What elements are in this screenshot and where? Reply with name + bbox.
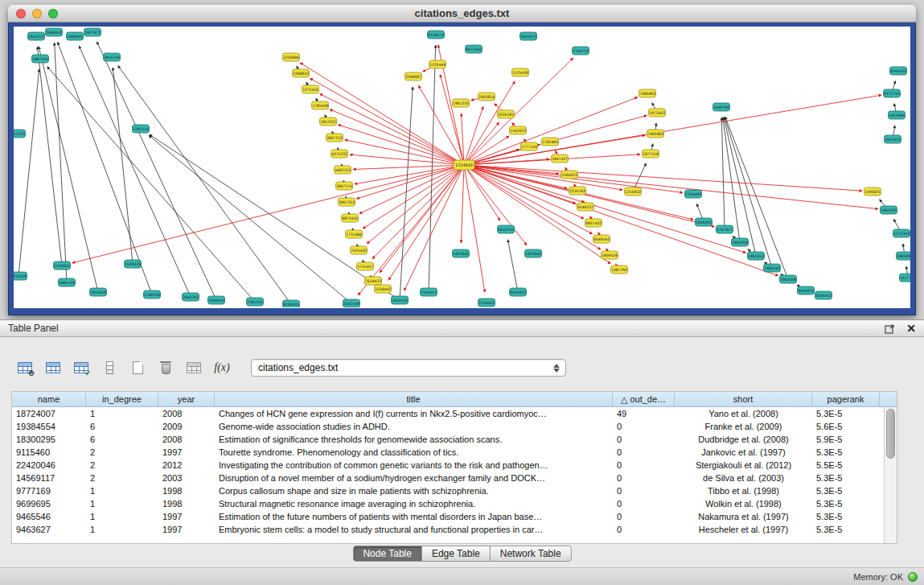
graph-node[interactable]: 9572343 bbox=[466, 45, 483, 53]
graph-node[interactable]: 2131233 bbox=[14, 130, 26, 138]
graph-node[interactable]: 9245023 bbox=[798, 286, 815, 295]
graph-node[interactable]: 7619433 bbox=[365, 277, 382, 285]
graph-node[interactable]: 6797917 bbox=[717, 225, 733, 233]
graph-node[interactable]: 1082293 bbox=[881, 206, 897, 214]
graph-node[interactable]: 1092450 bbox=[780, 275, 797, 283]
float-panel-icon[interactable] bbox=[885, 323, 895, 334]
graph-node[interactable]: 2640632 bbox=[46, 28, 63, 36]
graph-node[interactable]: 3067212 bbox=[326, 134, 343, 142]
graph-node[interactable]: 1961233 bbox=[453, 99, 470, 107]
column-header[interactable]: year bbox=[158, 392, 215, 406]
graph-node[interactable]: 1965059 bbox=[732, 238, 749, 246]
graph-node[interactable]: 2642292 bbox=[183, 293, 199, 301]
table-row[interactable]: 911546021997Tourette syndrome. Phenomeno… bbox=[12, 446, 884, 459]
graph-node[interactable]: 1201514 bbox=[133, 125, 150, 133]
graph-node[interactable]: 1731457 bbox=[357, 262, 374, 270]
graph-node[interactable]: 1052433 bbox=[885, 135, 901, 143]
graph-node[interactable]: 1868645 bbox=[67, 32, 84, 40]
show-columns-icon[interactable] bbox=[43, 357, 64, 378]
graph-node[interactable]: 7485083 bbox=[647, 130, 664, 138]
import-table-icon[interactable] bbox=[183, 357, 204, 378]
graph-node[interactable]: 7625432 bbox=[351, 246, 368, 254]
delete-table-icon[interactable] bbox=[155, 357, 176, 378]
graph-node[interactable]: 1957872 bbox=[84, 28, 101, 36]
graph-node[interactable]: 9245012 bbox=[815, 291, 832, 299]
table-settings-icon[interactable]: ⚙ bbox=[14, 357, 35, 378]
window-titlebar[interactable]: citations_edges.txt bbox=[8, 5, 916, 23]
graph-node[interactable]: 1857622 bbox=[320, 117, 337, 126]
graph-node[interactable]: 1049263 bbox=[696, 218, 713, 226]
table-row[interactable]: 1456911722003Disruption of a novel membe… bbox=[12, 472, 884, 484]
graph-node[interactable]: 1154493 bbox=[685, 190, 702, 198]
graph-node[interactable]: 3226181 bbox=[498, 110, 515, 118]
table-row[interactable]: 1872400712008Changes of HCN gene express… bbox=[12, 407, 884, 420]
table-row[interactable]: 2242004622012Investigating the contribut… bbox=[12, 459, 884, 472]
table-select-dropdown[interactable]: citations_edges.txt bbox=[251, 359, 566, 377]
graph-node[interactable]: 3067353 bbox=[339, 198, 355, 206]
graph-node[interactable]: 2015210 bbox=[104, 53, 121, 61]
new-table-icon[interactable] bbox=[127, 357, 148, 378]
tab-network-table[interactable]: Network Table bbox=[490, 546, 572, 562]
graph-node[interactable]: 1731466 bbox=[346, 230, 363, 238]
column-header[interactable]: name bbox=[12, 392, 86, 406]
graph-node[interactable]: 1530442 bbox=[375, 285, 392, 293]
graph-node[interactable]: 9595433 bbox=[890, 67, 907, 75]
graph-node[interactable]: 1961652 bbox=[748, 252, 765, 260]
column-icon[interactable] bbox=[99, 357, 120, 378]
close-icon[interactable]: ✕ bbox=[906, 323, 916, 334]
graph-node[interactable]: 1785439 bbox=[312, 101, 329, 109]
table-row[interactable]: 946554611997Estimation of the future num… bbox=[12, 510, 884, 523]
graph-node[interactable]: 3067174 bbox=[336, 182, 353, 190]
table-row[interactable]: 969969511998Structural magnetic resonanc… bbox=[12, 497, 884, 510]
scrollbar-thumb[interactable] bbox=[886, 409, 895, 459]
graph-node[interactable]: 6549343 bbox=[593, 235, 610, 243]
zoom-window-icon[interactable] bbox=[48, 9, 58, 19]
graph-node[interactable]: 5905139 bbox=[59, 278, 76, 286]
graph-node[interactable]: 1453445 bbox=[453, 249, 470, 257]
graph-node[interactable]: 2520655 bbox=[54, 262, 71, 270]
graph-node[interactable]: 1216032 bbox=[625, 187, 642, 196]
table-row[interactable]: 1938455462009Genome-wide association stu… bbox=[12, 420, 884, 433]
function-builder-icon[interactable]: f(x) bbox=[211, 357, 232, 378]
graph-node[interactable]: 2642233 bbox=[28, 32, 45, 40]
graph-node[interactable]: 1724033 bbox=[454, 160, 474, 170]
tab-node-table[interactable]: Node Table bbox=[352, 546, 422, 562]
graph-node[interactable]: 9957432 bbox=[585, 219, 602, 227]
graph-node[interactable]: 9973435 bbox=[342, 214, 359, 222]
graph-node[interactable]: 8130474 bbox=[428, 31, 445, 39]
column-header[interactable]: short bbox=[675, 392, 812, 406]
graph-node[interactable]: 1907524 bbox=[32, 55, 49, 63]
graph-node[interactable]: 2240687 bbox=[405, 72, 422, 80]
graph-node[interactable]: 1164633 bbox=[561, 171, 578, 179]
edit-table-icon[interactable]: ✔ bbox=[71, 357, 92, 378]
graph-node[interactable]: 1047437 bbox=[552, 154, 569, 163]
graph-node[interactable]: 1275435 bbox=[302, 85, 319, 93]
graph-node[interactable]: 1877510 bbox=[643, 150, 659, 158]
graph-node[interactable]: 1641672 bbox=[520, 32, 537, 40]
graph-node[interactable]: 2160733 bbox=[573, 47, 589, 55]
graph-node[interactable]: 1986542 bbox=[764, 264, 781, 272]
graph-node[interactable]: 4402153 bbox=[335, 166, 351, 174]
graph-node[interactable]: 1910528 bbox=[14, 272, 27, 280]
graph-node[interactable]: 2152439 bbox=[343, 299, 360, 307]
column-header[interactable]: in_degree bbox=[86, 392, 158, 406]
graph-node[interactable]: 6549237 bbox=[577, 203, 594, 211]
graph-node[interactable]: 2216103 bbox=[569, 187, 586, 195]
graph-node[interactable]: 1125449 bbox=[429, 60, 446, 68]
graph-node[interactable]: 1955824 bbox=[478, 93, 495, 101]
column-header[interactable]: △ out_de… bbox=[613, 392, 675, 406]
graph-node[interactable]: 1765465 bbox=[542, 138, 559, 146]
graph-node[interactable]: 9105535 bbox=[283, 300, 300, 307]
graph-node[interactable]: 1453443 bbox=[525, 249, 542, 257]
column-header[interactable]: pagerank bbox=[812, 392, 880, 406]
graph-node[interactable]: 2226806 bbox=[283, 53, 300, 61]
graph-node[interactable]: 1543451 bbox=[421, 288, 437, 296]
graph-node[interactable]: 2191555 bbox=[247, 298, 264, 306]
graph-node[interactable]: 7624533 bbox=[392, 296, 409, 304]
graph-node[interactable]: 2190559 bbox=[144, 290, 161, 299]
graph-node[interactable]: 1059528 bbox=[602, 251, 618, 259]
graph-node[interactable]: 1083003 bbox=[897, 252, 911, 260]
table-row[interactable]: 977716911998Corpus callosum shape and si… bbox=[12, 484, 884, 497]
graph-node[interactable]: 1487293 bbox=[611, 266, 628, 274]
graph-node[interactable]: 1777143 bbox=[521, 142, 538, 150]
